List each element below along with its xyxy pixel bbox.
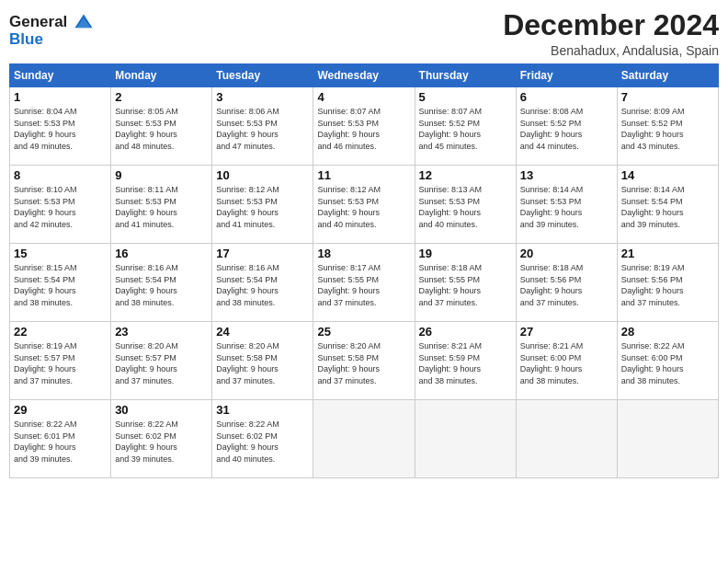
calendar-cell: 23Sunrise: 8:20 AMSunset: 5:57 PMDayligh… <box>111 322 212 400</box>
cell-info: Sunrise: 8:21 AMSunset: 6:00 PMDaylight:… <box>520 340 613 386</box>
day-number: 31 <box>216 403 309 417</box>
day-header-thursday: Thursday <box>415 64 516 87</box>
cell-info: Sunrise: 8:15 AMSunset: 5:54 PMDaylight:… <box>14 262 107 308</box>
calendar-cell: 21Sunrise: 8:19 AMSunset: 5:56 PMDayligh… <box>617 244 718 322</box>
calendar-table: SundayMondayTuesdayWednesdayThursdayFrid… <box>9 63 719 478</box>
day-number: 8 <box>14 168 107 182</box>
calendar-cell: 5Sunrise: 8:07 AMSunset: 5:52 PMDaylight… <box>415 87 516 166</box>
calendar-cell: 25Sunrise: 8:20 AMSunset: 5:58 PMDayligh… <box>313 322 415 400</box>
day-number: 6 <box>520 90 613 104</box>
title-block: December 2024 Benahadux, Andalusia, Spai… <box>503 9 719 58</box>
day-number: 26 <box>419 325 512 339</box>
calendar-cell: 22Sunrise: 8:19 AMSunset: 5:57 PMDayligh… <box>10 322 111 400</box>
calendar-cell: 28Sunrise: 8:22 AMSunset: 6:00 PMDayligh… <box>617 322 718 400</box>
cell-info: Sunrise: 8:12 AMSunset: 5:53 PMDaylight:… <box>216 184 309 230</box>
calendar-cell <box>313 400 415 478</box>
cell-info: Sunrise: 8:16 AMSunset: 5:54 PMDaylight:… <box>115 262 208 308</box>
calendar-cell: 24Sunrise: 8:20 AMSunset: 5:58 PMDayligh… <box>212 322 313 400</box>
cell-info: Sunrise: 8:13 AMSunset: 5:53 PMDaylight:… <box>419 184 512 230</box>
cell-info: Sunrise: 8:19 AMSunset: 5:57 PMDaylight:… <box>14 340 107 386</box>
week-row-1: 1Sunrise: 8:04 AMSunset: 5:53 PMDaylight… <box>10 87 719 166</box>
day-number: 27 <box>520 325 613 339</box>
calendar-cell: 15Sunrise: 8:15 AMSunset: 5:54 PMDayligh… <box>10 244 111 322</box>
day-number: 7 <box>621 90 714 104</box>
day-header-saturday: Saturday <box>617 64 718 87</box>
day-number: 24 <box>216 325 309 339</box>
cell-info: Sunrise: 8:21 AMSunset: 5:59 PMDaylight:… <box>419 340 512 386</box>
calendar-cell: 17Sunrise: 8:16 AMSunset: 5:54 PMDayligh… <box>212 244 313 322</box>
calendar-cell: 8Sunrise: 8:10 AMSunset: 5:53 PMDaylight… <box>10 166 111 244</box>
day-number: 22 <box>14 325 107 339</box>
day-number: 3 <box>216 90 309 104</box>
day-number: 14 <box>621 168 714 182</box>
cell-info: Sunrise: 8:17 AMSunset: 5:55 PMDaylight:… <box>317 262 410 308</box>
header: General Blue December 2024 Benahadux, An… <box>9 9 719 58</box>
day-number: 25 <box>317 325 410 339</box>
day-number: 2 <box>115 90 208 104</box>
cell-info: Sunrise: 8:22 AMSunset: 6:02 PMDaylight:… <box>115 419 208 465</box>
cell-info: Sunrise: 8:14 AMSunset: 5:53 PMDaylight:… <box>520 184 613 230</box>
week-row-3: 15Sunrise: 8:15 AMSunset: 5:54 PMDayligh… <box>10 244 719 322</box>
cell-info: Sunrise: 8:12 AMSunset: 5:53 PMDaylight:… <box>317 184 410 230</box>
calendar-cell: 3Sunrise: 8:06 AMSunset: 5:53 PMDaylight… <box>212 87 313 166</box>
day-number: 20 <box>520 247 613 260</box>
calendar-cell: 4Sunrise: 8:07 AMSunset: 5:53 PMDaylight… <box>313 87 415 166</box>
week-row-2: 8Sunrise: 8:10 AMSunset: 5:53 PMDaylight… <box>10 166 719 244</box>
day-number: 19 <box>419 247 512 260</box>
calendar-cell: 6Sunrise: 8:08 AMSunset: 5:52 PMDaylight… <box>516 87 617 166</box>
day-header-sunday: Sunday <box>10 64 111 87</box>
day-number: 13 <box>520 168 613 182</box>
cell-info: Sunrise: 8:20 AMSunset: 5:58 PMDaylight:… <box>216 340 309 386</box>
cell-info: Sunrise: 8:20 AMSunset: 5:57 PMDaylight:… <box>115 340 208 386</box>
cell-info: Sunrise: 8:14 AMSunset: 5:54 PMDaylight:… <box>621 184 714 230</box>
header-row: SundayMondayTuesdayWednesdayThursdayFrid… <box>10 64 719 87</box>
calendar-cell: 18Sunrise: 8:17 AMSunset: 5:55 PMDayligh… <box>313 244 415 322</box>
day-number: 15 <box>14 247 107 260</box>
calendar-cell <box>415 400 516 478</box>
day-number: 29 <box>14 403 107 417</box>
day-number: 12 <box>419 168 512 182</box>
calendar-cell <box>516 400 617 478</box>
calendar-cell: 20Sunrise: 8:18 AMSunset: 5:56 PMDayligh… <box>516 244 617 322</box>
week-row-5: 29Sunrise: 8:22 AMSunset: 6:01 PMDayligh… <box>10 400 719 478</box>
day-number: 4 <box>317 90 410 104</box>
month-title: December 2024 <box>503 9 719 41</box>
day-number: 30 <box>115 403 208 417</box>
day-number: 5 <box>419 90 512 104</box>
cell-info: Sunrise: 8:06 AMSunset: 5:53 PMDaylight:… <box>216 106 309 152</box>
day-header-monday: Monday <box>111 64 212 87</box>
calendar-cell: 9Sunrise: 8:11 AMSunset: 5:53 PMDaylight… <box>111 166 212 244</box>
cell-info: Sunrise: 8:22 AMSunset: 6:00 PMDaylight:… <box>621 340 714 386</box>
cell-info: Sunrise: 8:09 AMSunset: 5:52 PMDaylight:… <box>621 106 714 152</box>
day-number: 23 <box>115 325 208 339</box>
cell-info: Sunrise: 8:18 AMSunset: 5:55 PMDaylight:… <box>419 262 512 308</box>
week-row-4: 22Sunrise: 8:19 AMSunset: 5:57 PMDayligh… <box>10 322 719 400</box>
cell-info: Sunrise: 8:16 AMSunset: 5:54 PMDaylight:… <box>216 262 309 308</box>
logo-blue: Blue <box>9 31 43 49</box>
cell-info: Sunrise: 8:05 AMSunset: 5:53 PMDaylight:… <box>115 106 208 152</box>
day-number: 16 <box>115 247 208 260</box>
calendar-cell: 7Sunrise: 8:09 AMSunset: 5:52 PMDaylight… <box>617 87 718 166</box>
subtitle: Benahadux, Andalusia, Spain <box>503 43 719 58</box>
calendar-cell: 1Sunrise: 8:04 AMSunset: 5:53 PMDaylight… <box>10 87 111 166</box>
day-number: 21 <box>621 247 714 260</box>
day-number: 1 <box>14 90 107 104</box>
calendar-cell: 13Sunrise: 8:14 AMSunset: 5:53 PMDayligh… <box>516 166 617 244</box>
cell-info: Sunrise: 8:18 AMSunset: 5:56 PMDaylight:… <box>520 262 613 308</box>
cell-info: Sunrise: 8:19 AMSunset: 5:56 PMDaylight:… <box>621 262 714 308</box>
cell-info: Sunrise: 8:07 AMSunset: 5:52 PMDaylight:… <box>419 106 512 152</box>
calendar-cell: 11Sunrise: 8:12 AMSunset: 5:53 PMDayligh… <box>313 166 415 244</box>
page-container: General Blue December 2024 Benahadux, An… <box>0 0 728 483</box>
calendar-cell: 16Sunrise: 8:16 AMSunset: 5:54 PMDayligh… <box>111 244 212 322</box>
calendar-cell: 31Sunrise: 8:22 AMSunset: 6:02 PMDayligh… <box>212 400 313 478</box>
day-header-wednesday: Wednesday <box>313 64 415 87</box>
cell-info: Sunrise: 8:04 AMSunset: 5:53 PMDaylight:… <box>14 106 107 152</box>
calendar-cell: 12Sunrise: 8:13 AMSunset: 5:53 PMDayligh… <box>415 166 516 244</box>
calendar-cell: 19Sunrise: 8:18 AMSunset: 5:55 PMDayligh… <box>415 244 516 322</box>
day-header-friday: Friday <box>516 64 617 87</box>
cell-info: Sunrise: 8:07 AMSunset: 5:53 PMDaylight:… <box>317 106 410 152</box>
day-number: 28 <box>621 325 714 339</box>
day-number: 10 <box>216 168 309 182</box>
day-number: 9 <box>115 168 208 182</box>
cell-info: Sunrise: 8:22 AMSunset: 6:01 PMDaylight:… <box>14 419 107 465</box>
